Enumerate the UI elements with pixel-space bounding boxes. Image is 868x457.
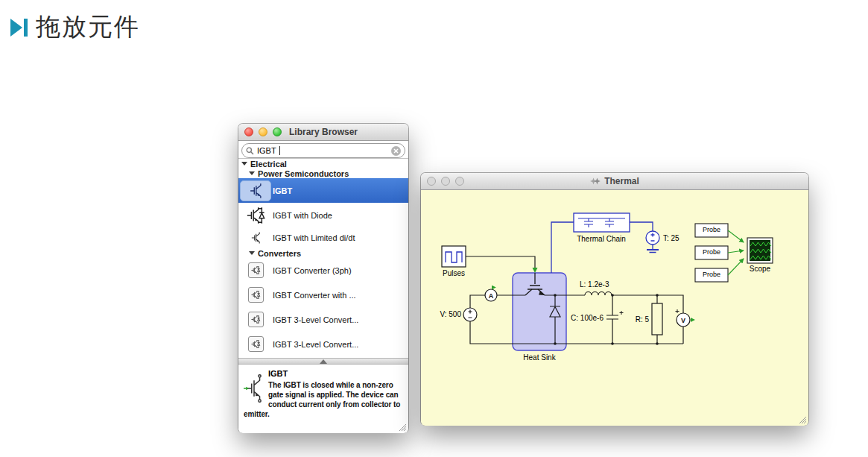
tree-item-igbt-converter-with[interactable]: IGBT Converter with ... (238, 283, 408, 307)
traffic-lights (244, 127, 282, 136)
circuit-wires (466, 256, 683, 344)
tree-section-power-semiconductors[interactable]: Power Semiconductors (238, 168, 408, 178)
tree-section-electrical[interactable]: Electrical (238, 159, 408, 168)
search-input[interactable]: IGBT (241, 143, 405, 158)
tree-section-converters[interactable]: Converters (238, 248, 408, 258)
igbt-diode-icon (245, 206, 266, 225)
igbt-icon (240, 180, 271, 201)
search-icon (246, 147, 254, 155)
minimize-button[interactable] (441, 177, 450, 186)
ammeter-letter: A (489, 292, 494, 300)
capacitor-label: C: 100e-6 (561, 314, 604, 322)
tree-item-label: IGBT with Limited di/dt (273, 233, 355, 242)
library-browser-window: Library Browser IGBT Electrical (238, 124, 408, 432)
tree-item-igbt-3level-2[interactable]: IGBT 3-Level Convert... (238, 332, 408, 356)
converter-icon (248, 312, 264, 327)
component-description-pane: IGBT The IGBT is closed while a non-zero… (238, 365, 408, 433)
gate-signal-arrow-icon (533, 268, 538, 273)
heat-sink-block[interactable] (513, 273, 566, 350)
splitter-handle[interactable] (238, 358, 408, 365)
thermal-window-icon (590, 176, 601, 186)
page-title: 拖放元件 (36, 10, 140, 44)
thermal-network (551, 213, 659, 273)
voltage-source-block[interactable] (463, 308, 477, 321)
play-skip-icon (10, 19, 28, 37)
page: 拖放元件 Library Browser IGBT (0, 0, 868, 457)
window-title: Thermal (604, 176, 639, 186)
igbt-symbol-icon (244, 372, 264, 405)
probe-label-2: Probe (695, 249, 728, 256)
disclosure-triangle-icon[interactable] (249, 171, 255, 175)
minimize-button[interactable] (259, 127, 267, 136)
heat-sink-label: Heat Sink (516, 353, 563, 362)
tree-item-label: IGBT Converter (3ph) (273, 266, 352, 275)
schematic-canvas[interactable]: A V (421, 190, 808, 426)
library-browser-titlebar[interactable]: Library Browser (238, 124, 408, 141)
thermal-chain-label: Thermal Chain (571, 235, 631, 243)
scope-block[interactable] (747, 238, 773, 263)
thermal-chain-block[interactable] (574, 213, 630, 232)
zoom-button[interactable] (273, 127, 282, 136)
tree-item-igbt[interactable]: IGBT (238, 178, 408, 203)
resize-grip[interactable] (398, 423, 407, 432)
text-caret (279, 146, 280, 155)
close-button[interactable] (427, 177, 436, 186)
search-bar: IGBT (238, 141, 408, 159)
resize-grip[interactable] (798, 415, 807, 424)
tree-item-igbt-limited-didt[interactable]: IGBT with Limited di/dt (238, 227, 408, 248)
voltmeter-letter: V (681, 317, 685, 324)
description-text: The IGBT is closed while a non-zero gate… (244, 380, 403, 419)
page-header: 拖放元件 (10, 10, 140, 44)
section-label: Power Semiconductors (258, 169, 349, 178)
section-label: Electrical (250, 160, 287, 168)
probe-label-3: Probe (695, 271, 728, 279)
tree-item-igbt-3level-1[interactable]: IGBT 3-Level Convert... (238, 307, 408, 332)
pulses-block[interactable] (442, 246, 466, 267)
thermal-titlebar[interactable]: Thermal (421, 173, 808, 190)
temperature-label: T: 25 (663, 234, 693, 242)
tree-item-igbt-with-diode[interactable]: IGBT with Diode (238, 203, 408, 227)
traffic-lights (427, 177, 464, 186)
splitter-arrow-icon (320, 359, 327, 364)
clear-search-icon[interactable] (391, 146, 401, 156)
section-label: Converters (258, 249, 301, 258)
ammeter-block[interactable]: A (485, 288, 497, 302)
voltmeter-block[interactable]: V (676, 309, 695, 327)
igbt-small-icon (250, 231, 262, 245)
probe-signal-arrows (728, 230, 744, 275)
capacitor-symbol[interactable] (606, 311, 624, 319)
close-button[interactable] (244, 127, 253, 136)
tree-item-label: IGBT with Diode (273, 211, 332, 220)
thermal-window: Thermal (421, 173, 808, 425)
tree-item-label: IGBT Converter with ... (273, 291, 356, 300)
library-tree: Electrical Power Semiconductors IGBT IGB… (238, 159, 408, 358)
converter-icon (248, 262, 264, 278)
description-title: IGBT (244, 369, 403, 378)
converter-icon (248, 287, 264, 303)
converter-icon (248, 336, 264, 352)
resistor-symbol[interactable] (652, 303, 662, 335)
search-value: IGBT (257, 146, 276, 155)
tree-item-label: IGBT 3-Level Convert... (273, 315, 358, 324)
tree-item-label: IGBT (273, 186, 292, 195)
scope-label: Scope (745, 265, 775, 273)
tree-item-igbt-converter-3ph[interactable]: IGBT Converter (3ph) (238, 258, 408, 283)
resistor-label: R: 5 (625, 315, 649, 324)
tree-item-label: IGBT 3-Level Convert... (273, 340, 358, 349)
voltage-source-label: V: 500 (424, 310, 461, 318)
zoom-button[interactable] (455, 177, 464, 186)
inductor-label: L: 1.2e-3 (580, 280, 626, 289)
pulses-label: Pulses (437, 269, 470, 277)
probe-label-1: Probe (695, 227, 728, 234)
inductor-symbol[interactable] (585, 292, 612, 296)
disclosure-triangle-icon[interactable] (249, 251, 255, 255)
disclosure-triangle-icon[interactable] (241, 162, 247, 166)
